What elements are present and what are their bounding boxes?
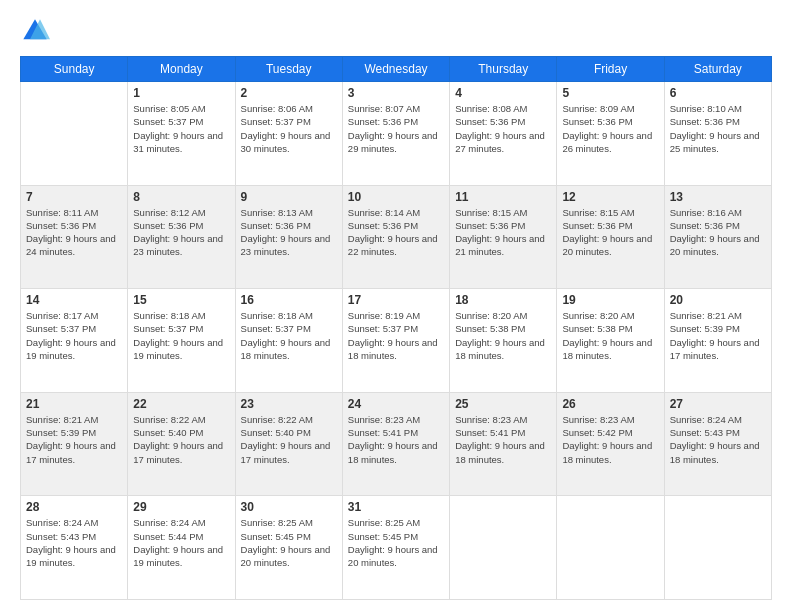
- day-info: Sunrise: 8:22 AMSunset: 5:40 PMDaylight:…: [133, 413, 229, 466]
- day-number: 20: [670, 293, 766, 307]
- day-number: 12: [562, 190, 658, 204]
- calendar-cell: 15Sunrise: 8:18 AMSunset: 5:37 PMDayligh…: [128, 289, 235, 393]
- day-info: Sunrise: 8:20 AMSunset: 5:38 PMDaylight:…: [455, 309, 551, 362]
- day-number: 11: [455, 190, 551, 204]
- calendar-cell: 23Sunrise: 8:22 AMSunset: 5:40 PMDayligh…: [235, 392, 342, 496]
- calendar-cell: 20Sunrise: 8:21 AMSunset: 5:39 PMDayligh…: [664, 289, 771, 393]
- day-info: Sunrise: 8:15 AMSunset: 5:36 PMDaylight:…: [562, 206, 658, 259]
- day-info: Sunrise: 8:11 AMSunset: 5:36 PMDaylight:…: [26, 206, 122, 259]
- day-number: 23: [241, 397, 337, 411]
- day-number: 2: [241, 86, 337, 100]
- calendar-cell: 21Sunrise: 8:21 AMSunset: 5:39 PMDayligh…: [21, 392, 128, 496]
- calendar-cell: [557, 496, 664, 600]
- calendar-week-3: 14Sunrise: 8:17 AMSunset: 5:37 PMDayligh…: [21, 289, 772, 393]
- day-number: 25: [455, 397, 551, 411]
- day-number: 9: [241, 190, 337, 204]
- calendar-cell: 11Sunrise: 8:15 AMSunset: 5:36 PMDayligh…: [450, 185, 557, 289]
- day-number: 5: [562, 86, 658, 100]
- day-number: 14: [26, 293, 122, 307]
- calendar-week-5: 28Sunrise: 8:24 AMSunset: 5:43 PMDayligh…: [21, 496, 772, 600]
- day-info: Sunrise: 8:08 AMSunset: 5:36 PMDaylight:…: [455, 102, 551, 155]
- calendar-cell: 13Sunrise: 8:16 AMSunset: 5:36 PMDayligh…: [664, 185, 771, 289]
- calendar-cell: 29Sunrise: 8:24 AMSunset: 5:44 PMDayligh…: [128, 496, 235, 600]
- day-info: Sunrise: 8:23 AMSunset: 5:41 PMDaylight:…: [455, 413, 551, 466]
- day-info: Sunrise: 8:24 AMSunset: 5:44 PMDaylight:…: [133, 516, 229, 569]
- day-info: Sunrise: 8:21 AMSunset: 5:39 PMDaylight:…: [26, 413, 122, 466]
- calendar-cell: 6Sunrise: 8:10 AMSunset: 5:36 PMDaylight…: [664, 82, 771, 186]
- day-info: Sunrise: 8:18 AMSunset: 5:37 PMDaylight:…: [241, 309, 337, 362]
- day-info: Sunrise: 8:23 AMSunset: 5:42 PMDaylight:…: [562, 413, 658, 466]
- day-info: Sunrise: 8:25 AMSunset: 5:45 PMDaylight:…: [241, 516, 337, 569]
- calendar-cell: 9Sunrise: 8:13 AMSunset: 5:36 PMDaylight…: [235, 185, 342, 289]
- day-info: Sunrise: 8:09 AMSunset: 5:36 PMDaylight:…: [562, 102, 658, 155]
- day-number: 18: [455, 293, 551, 307]
- calendar-cell: [450, 496, 557, 600]
- day-number: 10: [348, 190, 444, 204]
- calendar-cell: 2Sunrise: 8:06 AMSunset: 5:37 PMDaylight…: [235, 82, 342, 186]
- calendar-cell: 27Sunrise: 8:24 AMSunset: 5:43 PMDayligh…: [664, 392, 771, 496]
- day-info: Sunrise: 8:14 AMSunset: 5:36 PMDaylight:…: [348, 206, 444, 259]
- day-info: Sunrise: 8:21 AMSunset: 5:39 PMDaylight:…: [670, 309, 766, 362]
- day-number: 4: [455, 86, 551, 100]
- day-number: 21: [26, 397, 122, 411]
- calendar-cell: 19Sunrise: 8:20 AMSunset: 5:38 PMDayligh…: [557, 289, 664, 393]
- day-number: 1: [133, 86, 229, 100]
- day-info: Sunrise: 8:24 AMSunset: 5:43 PMDaylight:…: [670, 413, 766, 466]
- calendar-cell: 4Sunrise: 8:08 AMSunset: 5:36 PMDaylight…: [450, 82, 557, 186]
- weekday-header-wednesday: Wednesday: [342, 57, 449, 82]
- day-number: 16: [241, 293, 337, 307]
- calendar-cell: 1Sunrise: 8:05 AMSunset: 5:37 PMDaylight…: [128, 82, 235, 186]
- day-info: Sunrise: 8:20 AMSunset: 5:38 PMDaylight:…: [562, 309, 658, 362]
- calendar-cell: 8Sunrise: 8:12 AMSunset: 5:36 PMDaylight…: [128, 185, 235, 289]
- day-number: 3: [348, 86, 444, 100]
- day-info: Sunrise: 8:06 AMSunset: 5:37 PMDaylight:…: [241, 102, 337, 155]
- day-number: 13: [670, 190, 766, 204]
- calendar-cell: 26Sunrise: 8:23 AMSunset: 5:42 PMDayligh…: [557, 392, 664, 496]
- calendar-cell: [21, 82, 128, 186]
- day-info: Sunrise: 8:05 AMSunset: 5:37 PMDaylight:…: [133, 102, 229, 155]
- weekday-header-friday: Friday: [557, 57, 664, 82]
- page: SundayMondayTuesdayWednesdayThursdayFrid…: [0, 0, 792, 612]
- weekday-header-saturday: Saturday: [664, 57, 771, 82]
- calendar-cell: 14Sunrise: 8:17 AMSunset: 5:37 PMDayligh…: [21, 289, 128, 393]
- day-info: Sunrise: 8:22 AMSunset: 5:40 PMDaylight:…: [241, 413, 337, 466]
- calendar-cell: 25Sunrise: 8:23 AMSunset: 5:41 PMDayligh…: [450, 392, 557, 496]
- calendar-cell: 12Sunrise: 8:15 AMSunset: 5:36 PMDayligh…: [557, 185, 664, 289]
- day-info: Sunrise: 8:10 AMSunset: 5:36 PMDaylight:…: [670, 102, 766, 155]
- calendar-table: SundayMondayTuesdayWednesdayThursdayFrid…: [20, 56, 772, 600]
- calendar-week-2: 7Sunrise: 8:11 AMSunset: 5:36 PMDaylight…: [21, 185, 772, 289]
- logo: [20, 16, 54, 46]
- calendar-cell: 10Sunrise: 8:14 AMSunset: 5:36 PMDayligh…: [342, 185, 449, 289]
- day-info: Sunrise: 8:07 AMSunset: 5:36 PMDaylight:…: [348, 102, 444, 155]
- day-number: 6: [670, 86, 766, 100]
- calendar-week-1: 1Sunrise: 8:05 AMSunset: 5:37 PMDaylight…: [21, 82, 772, 186]
- day-info: Sunrise: 8:17 AMSunset: 5:37 PMDaylight:…: [26, 309, 122, 362]
- weekday-header-row: SundayMondayTuesdayWednesdayThursdayFrid…: [21, 57, 772, 82]
- day-number: 7: [26, 190, 122, 204]
- day-info: Sunrise: 8:16 AMSunset: 5:36 PMDaylight:…: [670, 206, 766, 259]
- calendar-cell: 7Sunrise: 8:11 AMSunset: 5:36 PMDaylight…: [21, 185, 128, 289]
- weekday-header-monday: Monday: [128, 57, 235, 82]
- day-info: Sunrise: 8:25 AMSunset: 5:45 PMDaylight:…: [348, 516, 444, 569]
- weekday-header-tuesday: Tuesday: [235, 57, 342, 82]
- calendar-cell: 28Sunrise: 8:24 AMSunset: 5:43 PMDayligh…: [21, 496, 128, 600]
- calendar-cell: 5Sunrise: 8:09 AMSunset: 5:36 PMDaylight…: [557, 82, 664, 186]
- calendar-cell: 30Sunrise: 8:25 AMSunset: 5:45 PMDayligh…: [235, 496, 342, 600]
- day-number: 27: [670, 397, 766, 411]
- day-info: Sunrise: 8:19 AMSunset: 5:37 PMDaylight:…: [348, 309, 444, 362]
- calendar-cell: 17Sunrise: 8:19 AMSunset: 5:37 PMDayligh…: [342, 289, 449, 393]
- header: [20, 16, 772, 46]
- calendar-cell: 3Sunrise: 8:07 AMSunset: 5:36 PMDaylight…: [342, 82, 449, 186]
- day-number: 26: [562, 397, 658, 411]
- calendar-cell: 24Sunrise: 8:23 AMSunset: 5:41 PMDayligh…: [342, 392, 449, 496]
- day-number: 8: [133, 190, 229, 204]
- day-number: 17: [348, 293, 444, 307]
- day-number: 15: [133, 293, 229, 307]
- weekday-header-sunday: Sunday: [21, 57, 128, 82]
- calendar-cell: 31Sunrise: 8:25 AMSunset: 5:45 PMDayligh…: [342, 496, 449, 600]
- day-number: 31: [348, 500, 444, 514]
- calendar-week-4: 21Sunrise: 8:21 AMSunset: 5:39 PMDayligh…: [21, 392, 772, 496]
- day-number: 24: [348, 397, 444, 411]
- day-info: Sunrise: 8:12 AMSunset: 5:36 PMDaylight:…: [133, 206, 229, 259]
- day-info: Sunrise: 8:23 AMSunset: 5:41 PMDaylight:…: [348, 413, 444, 466]
